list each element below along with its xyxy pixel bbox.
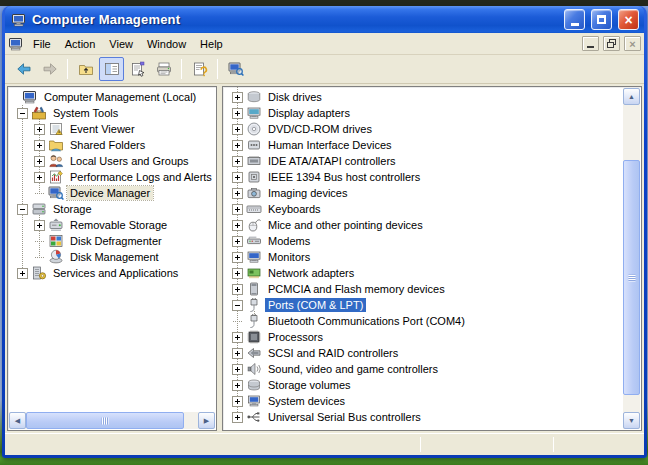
scroll-down-button[interactable]: [623, 412, 640, 429]
tree-item-disk-management[interactable]: Disk Management: [8, 249, 216, 265]
expand-expander-icon[interactable]: [231, 185, 244, 201]
back-button[interactable]: [11, 57, 36, 81]
tree-item-ieee-1394-bus-host-controllers[interactable]: IEEE 1394 Bus host controllers: [223, 169, 623, 185]
menu-action[interactable]: Action: [58, 36, 103, 52]
ide-controller-icon: [246, 153, 262, 169]
expand-expander-icon[interactable]: [33, 137, 46, 153]
close-button[interactable]: ×: [618, 9, 639, 30]
expand-expander-icon[interactable]: [231, 233, 244, 249]
forward-button[interactable]: [37, 57, 62, 81]
tree-item-computer-management-local[interactable]: Computer Management (Local): [8, 89, 216, 105]
tree-item-human-interface-devices[interactable]: Human Interface Devices: [223, 137, 623, 153]
mdi-restore-button[interactable]: [603, 36, 620, 51]
tree-item-keyboards[interactable]: Keyboards: [223, 201, 623, 217]
tree-item-performance-logs-and-alerts[interactable]: Performance Logs and Alerts: [8, 169, 216, 185]
scroll-up-button[interactable]: [623, 88, 640, 105]
expand-expander-icon[interactable]: [231, 409, 244, 425]
expand-expander-icon[interactable]: [231, 393, 244, 409]
tree-item-dvd-cd-rom-drives[interactable]: DVD/CD-ROM drives: [223, 121, 623, 137]
help-button[interactable]: [187, 57, 212, 81]
tree-item-event-viewer[interactable]: Event Viewer: [8, 121, 216, 137]
collapse-expander-icon[interactable]: [16, 105, 29, 121]
collapse-expander-icon[interactable]: [231, 297, 244, 313]
expand-expander-icon[interactable]: [231, 153, 244, 169]
print-button[interactable]: [151, 57, 176, 81]
expand-expander-icon[interactable]: [33, 153, 46, 169]
tree-item-modems[interactable]: Modems: [223, 233, 623, 249]
expand-expander-icon[interactable]: [33, 217, 46, 233]
properties-button[interactable]: [125, 57, 150, 81]
tree-item-local-users-and-groups[interactable]: Local Users and Groups: [8, 153, 216, 169]
mdi-minimize-button[interactable]: [582, 36, 599, 51]
tree-item-universal-serial-bus-controllers[interactable]: Universal Serial Bus controllers: [223, 409, 623, 425]
titlebar[interactable]: Computer Management ×: [5, 6, 644, 33]
scroll-right-button[interactable]: [198, 412, 215, 429]
tree-item-system-devices[interactable]: System devices: [223, 393, 623, 409]
menu-view[interactable]: View: [102, 36, 140, 52]
plus-box: [232, 364, 243, 375]
tree-item-label: Processors: [265, 330, 326, 344]
expand-expander-icon[interactable]: [231, 137, 244, 153]
expand-expander-icon[interactable]: [231, 249, 244, 265]
mdi-system-menu-icon[interactable]: [8, 36, 24, 52]
menu-window[interactable]: Window: [140, 36, 193, 52]
left-pane-horizontal-scrollbar[interactable]: [9, 412, 215, 429]
expand-expander-icon[interactable]: [231, 329, 244, 345]
tree-item-storage-volumes[interactable]: Storage volumes: [223, 377, 623, 393]
expand-expander-icon[interactable]: [231, 105, 244, 121]
tree-item-imaging-devices[interactable]: Imaging devices: [223, 185, 623, 201]
tree-item-network-adapters[interactable]: Network adapters: [223, 265, 623, 281]
scroll-left-button[interactable]: [9, 412, 26, 429]
vertical-scroll-thumb[interactable]: [623, 160, 640, 395]
tree-item-shared-folders[interactable]: Shared Folders: [8, 137, 216, 153]
expand-expander-icon[interactable]: [231, 169, 244, 185]
collapse-expander-icon[interactable]: [16, 201, 29, 217]
expand-expander-icon[interactable]: [231, 361, 244, 377]
menu-file[interactable]: File: [26, 36, 58, 52]
tree-item-removable-storage[interactable]: Removable Storage: [8, 217, 216, 233]
expand-expander-icon[interactable]: [231, 121, 244, 137]
tree-item-bluetooth-communications-port-com4[interactable]: Bluetooth Communications Port (COM4): [223, 313, 623, 329]
system-tools-icon: [31, 105, 47, 121]
right-pane-vertical-scrollbar[interactable]: [623, 88, 640, 429]
tree-item-display-adapters[interactable]: Display adapters: [223, 105, 623, 121]
tree-item-mice-and-other-pointing-devices[interactable]: Mice and other pointing devices: [223, 217, 623, 233]
menu-help[interactable]: Help: [193, 36, 230, 52]
show-hide-tree-button[interactable]: [99, 57, 124, 81]
expand-expander-icon[interactable]: [231, 217, 244, 233]
tree-item-ports-com-lpt[interactable]: Ports (COM & LPT): [223, 297, 623, 313]
storage-icon: [31, 201, 47, 217]
up-one-level-button[interactable]: [73, 57, 98, 81]
tree-item-ide-ata-atapi-controllers[interactable]: IDE ATA/ATAPI controllers: [223, 153, 623, 169]
minimize-button[interactable]: [564, 9, 585, 30]
maximize-button[interactable]: [591, 9, 612, 30]
expand-expander-icon[interactable]: [231, 89, 244, 105]
expand-expander-icon[interactable]: [231, 345, 244, 361]
show-hide-tree-icon: [104, 61, 120, 77]
expand-expander-icon[interactable]: [16, 265, 29, 281]
tree-item-sound-video-and-game-controllers[interactable]: Sound, video and game controllers: [223, 361, 623, 377]
toolbar-separator: [217, 59, 218, 79]
expand-expander-icon[interactable]: [33, 169, 46, 185]
forward-arrow-icon: [42, 61, 58, 77]
tree-item-system-tools[interactable]: System Tools: [8, 105, 216, 121]
mdi-close-button[interactable]: ×: [624, 36, 641, 51]
tree-item-monitors[interactable]: Monitors: [223, 249, 623, 265]
tree-item-processors[interactable]: Processors: [223, 329, 623, 345]
horizontal-scroll-thumb[interactable]: [26, 412, 184, 429]
tree-item-services-and-applications[interactable]: Services and Applications: [8, 265, 216, 281]
expand-expander-icon[interactable]: [231, 201, 244, 217]
tree-item-storage[interactable]: Storage: [8, 201, 216, 217]
expand-expander-icon[interactable]: [231, 281, 244, 297]
expand-expander-icon[interactable]: [231, 265, 244, 281]
tree-item-device-manager[interactable]: Device Manager: [8, 185, 216, 201]
plus-box: [232, 396, 243, 407]
toolbar: [5, 55, 644, 84]
device-manager-view-button[interactable]: [223, 57, 248, 81]
tree-item-disk-defragmenter[interactable]: Disk Defragmenter: [8, 233, 216, 249]
tree-item-pcmcia-and-flash-memory-devices[interactable]: PCMCIA and Flash memory devices: [223, 281, 623, 297]
tree-item-disk-drives[interactable]: Disk drives: [223, 89, 623, 105]
tree-item-scsi-and-raid-controllers[interactable]: SCSI and RAID controllers: [223, 345, 623, 361]
expand-expander-icon[interactable]: [33, 121, 46, 137]
expand-expander-icon[interactable]: [231, 377, 244, 393]
